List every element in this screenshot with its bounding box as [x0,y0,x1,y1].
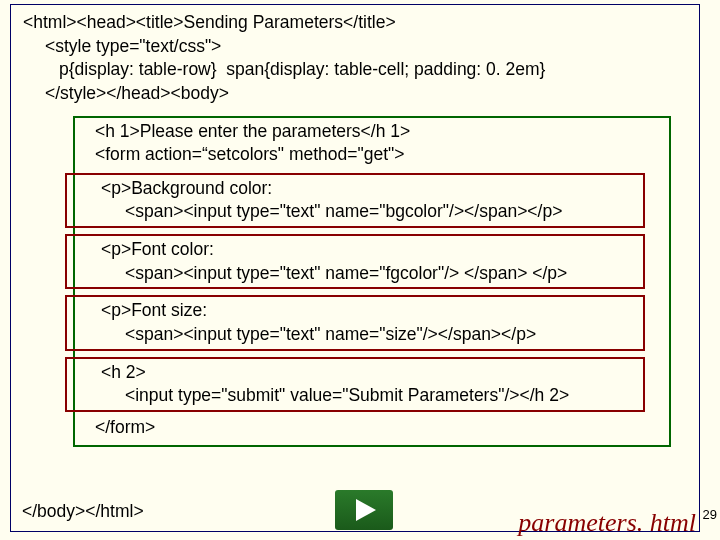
code-line: <form action=“setcolors" method="get"> [81,143,663,167]
slide-frame: <html><head><title>Sending Parameters</t… [10,4,700,532]
code-line: </form> [81,416,663,440]
input-highlight-box: <p>Background color: <span><input type="… [65,173,645,228]
submit-highlight-box: <h 2> <input type="submit" value="Submit… [65,357,645,412]
input-highlight-box: <p>Font size: <span><input type="text" n… [65,295,645,350]
code-line: <span><input type="text" name="size"/></… [71,323,639,347]
code-line: <input type="submit" value="Submit Param… [71,384,639,408]
code-line: <html><head><title>Sending Parameters</t… [23,11,687,35]
code-line: <p>Font size: [71,299,639,323]
code-line: <span><input type="text" name="bgcolor"/… [71,200,639,224]
play-triangle [356,499,376,521]
input-highlight-box: <p>Font color: <span><input type="text" … [65,234,645,289]
code-line: </body></html> [22,500,144,524]
code-line: p{display: table-row} span{display: tabl… [23,58,687,82]
code-line: <p>Font color: [71,238,639,262]
code-line: <style type="text/css"> [23,35,687,59]
code-line: </style></head><body> [23,82,687,106]
form-highlight-box: <h 1>Please enter the parameters</h 1> <… [73,116,671,448]
code-line: <h 2> [71,361,639,385]
code-line: <h 1>Please enter the parameters</h 1> [81,120,663,144]
code-line: <span><input type="text" name="fgcolor"/… [71,262,639,286]
code-line: <p>Background color: [71,177,639,201]
filename-label: parameters. html [518,508,696,538]
play-icon[interactable] [335,490,393,530]
page-number: 29 [703,507,717,522]
